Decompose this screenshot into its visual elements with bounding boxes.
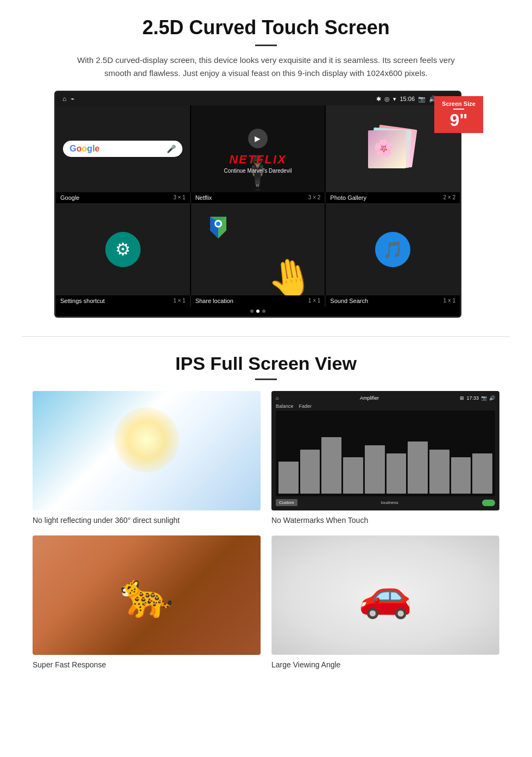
google-label: Google 3 × 1 (56, 192, 190, 203)
dot-3 (262, 310, 265, 313)
device-screen: ⌂ ⌁ ✱ ◎ ▾ 15:06 📷 🔊 ✕ ▭ (54, 91, 461, 318)
dot-2 (256, 310, 259, 313)
amp-bar-4 (343, 457, 363, 494)
sunlight-label: No light reflecting under 360° direct su… (33, 516, 261, 525)
badge-divider (453, 109, 464, 110)
google-app-name: Google (60, 194, 79, 201)
wifi-icon: ▾ (393, 96, 396, 103)
section2-title: IPS Full Screen View (33, 353, 499, 374)
amp-bar-2 (300, 450, 320, 494)
netflix-app-name: Netflix (195, 194, 212, 201)
svg-point-4 (216, 222, 220, 226)
app-label-bar-2: Settings shortcut 1 × 1 Share location 1… (56, 295, 460, 306)
amp-bar-3 (321, 437, 341, 494)
cheetah-image: 🐆 (33, 535, 261, 655)
amplifier-image: ⌂ Amplifier ⊞ 17:33 📷 🔊 Balance Fader (271, 391, 499, 510)
photo-gallery-size: 2 × 2 (443, 194, 455, 201)
netflix-content: ▶ NETFLIX Continue Marvel's Daredevil (224, 124, 292, 174)
car-icon: 🚗 (358, 570, 413, 621)
main-divider (22, 336, 510, 337)
status-left: ⌂ ⌁ (62, 95, 74, 103)
amp-right-icons: ⊞ 17:33 📷 🔊 (460, 395, 495, 401)
response-label: Super Fast Response (33, 660, 261, 669)
mic-icon: 🎤 (167, 144, 176, 153)
cheetah-icon: 🐆 (119, 570, 174, 621)
app-grid-row1: Google 🎤 🕴 ▶ NETFLIX Continue Marvel's D… (56, 105, 460, 192)
share-location-size: 1 × 1 (308, 298, 321, 304)
netflix-label: Netflix 3 × 2 (191, 192, 325, 203)
sound-search-label: Sound Search 1 × 1 (326, 295, 460, 306)
section1-divider (255, 45, 277, 46)
feature-grid: No light reflecting under 360° direct su… (33, 391, 499, 669)
bluetooth-icon: ✱ (376, 96, 381, 103)
sun-burst (114, 407, 179, 472)
amp-bar-6 (387, 453, 407, 494)
sound-search-size: 1 × 1 (443, 298, 455, 304)
photo-stack: 🌸 (371, 127, 415, 171)
amp-footer: Custom loudness (276, 499, 495, 506)
netflix-app-cell[interactable]: 🕴 ▶ NETFLIX Continue Marvel's Daredevil (191, 105, 325, 192)
netflix-size: 3 × 2 (308, 194, 321, 201)
viewing-label: Large Viewing Angle (271, 660, 499, 669)
screen-size-label: Screen Size (442, 100, 476, 107)
gps-icon: ◎ (384, 96, 390, 103)
netflix-subtitle: Continue Marvel's Daredevil (224, 168, 292, 174)
netflix-logo: NETFLIX (224, 153, 292, 167)
amp-bar-10 (472, 453, 492, 494)
home-icon: ⌂ (62, 95, 66, 103)
amp-bar-1 (278, 462, 299, 494)
dot-1 (250, 310, 254, 313)
status-time: 15:06 (400, 96, 415, 102)
google-app-cell[interactable]: Google 🎤 (56, 105, 190, 192)
loudness-toggle[interactable] (482, 500, 495, 506)
feature-viewing: 🚗 Large Viewing Angle (271, 535, 499, 669)
sunlight-image (33, 391, 261, 510)
fader-label: Fader (299, 403, 312, 409)
amp-bar-7 (408, 441, 428, 494)
share-location-app-name: Share location (195, 298, 233, 304)
amp-bar-5 (365, 445, 385, 494)
car-image: 🚗 (271, 535, 499, 655)
sound-search-app-name: Sound Search (330, 298, 368, 304)
camera-icon: 📷 (418, 96, 426, 103)
usb-icon: ⌁ (71, 95, 74, 103)
settings-label: Settings shortcut 1 × 1 (56, 295, 190, 306)
share-location-label: Share location 1 × 1 (191, 295, 325, 306)
google-search-bar[interactable]: Google 🎤 (63, 141, 182, 157)
settings-app-cell[interactable]: ⚙ (56, 203, 190, 295)
custom-button[interactable]: Custom (276, 499, 297, 506)
sound-search-icon: 🎵 (375, 232, 410, 267)
google-logo: Google (69, 144, 99, 154)
app-grid-row2: ⚙ 🤚 (56, 203, 460, 295)
amp-bar-9 (451, 457, 471, 494)
photo-card-3: 🌸 (368, 130, 406, 168)
amp-header: ⌂ Amplifier ⊞ 17:33 📷 🔊 (276, 395, 495, 401)
section1-description: With 2.5D curved-display screen, this de… (76, 54, 456, 80)
balance-label: Balance (276, 403, 294, 409)
maps-icon (205, 214, 232, 248)
watermark-label: No Watermarks When Touch (271, 516, 499, 525)
netflix-play-button[interactable]: ▶ (248, 129, 268, 148)
screen-size-badge: Screen Size 9" (434, 96, 483, 133)
flower-icon: 🌸 (373, 138, 394, 157)
settings-size: 1 × 1 (173, 298, 186, 304)
device-container: ⌂ ⌁ ✱ ◎ ▾ 15:06 📷 🔊 ✕ ▭ (54, 91, 478, 318)
status-bar: ⌂ ⌁ ✱ ◎ ▾ 15:06 📷 🔊 ✕ ▭ (56, 92, 460, 105)
section2-divider (255, 379, 277, 380)
photo-gallery-app-name: Photo Gallery (330, 194, 366, 201)
feature-watermark: ⌂ Amplifier ⊞ 17:33 📷 🔊 Balance Fader (271, 391, 499, 525)
app-label-bar-1: Google 3 × 1 Netflix 3 × 2 Photo Gallery… (56, 192, 460, 203)
section-curved-screen: 2.5D Curved Touch Screen With 2.5D curve… (0, 0, 532, 331)
pagination-dots (56, 306, 460, 316)
amp-controls: Balance Fader (276, 403, 495, 409)
sound-search-cell[interactable]: 🎵 (326, 203, 460, 295)
section-ips-screen: IPS Full Screen View No light reflecting… (0, 342, 532, 685)
amp-bars (276, 411, 495, 496)
screen-size-value: 9" (437, 111, 480, 129)
loudness-label: loudness (381, 500, 398, 505)
amp-home-icon: ⌂ (276, 395, 278, 401)
feature-sunlight: No light reflecting under 360° direct su… (33, 391, 261, 525)
settings-app-name: Settings shortcut (60, 298, 105, 304)
section1-title: 2.5D Curved Touch Screen (33, 16, 499, 39)
share-location-cell[interactable]: 🤚 (191, 203, 325, 295)
